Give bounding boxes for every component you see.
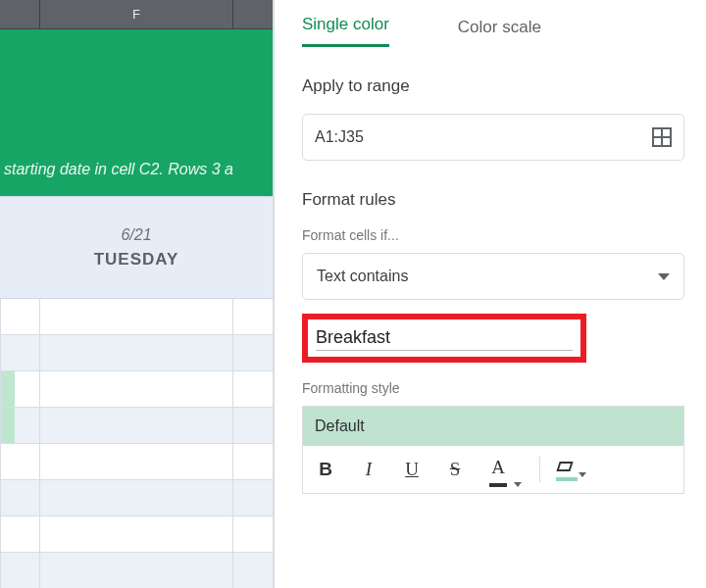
column-header-f[interactable]: F bbox=[40, 0, 232, 28]
paint-bucket-icon bbox=[558, 462, 576, 477]
table-row[interactable] bbox=[0, 335, 273, 371]
formatting-style-box: Default B I U S A bbox=[302, 406, 684, 494]
table-row[interactable] bbox=[0, 480, 273, 516]
italic-button[interactable]: I bbox=[356, 455, 381, 484]
table-row[interactable] bbox=[0, 444, 273, 480]
style-preview[interactable]: Default bbox=[303, 407, 683, 446]
format-rules-label: Format rules bbox=[302, 190, 684, 210]
tabs: Single color Color scale bbox=[302, 0, 684, 47]
highlighted-value-box bbox=[302, 314, 586, 363]
table-row[interactable] bbox=[0, 553, 273, 588]
tab-single-color[interactable]: Single color bbox=[302, 15, 389, 47]
text-color-button[interactable]: A bbox=[485, 453, 522, 487]
spreadsheet-area: F starting date in cell C2. Rows 3 a 6/2… bbox=[0, 0, 275, 588]
day-date: 6/21 bbox=[121, 226, 151, 244]
condition-value-input[interactable] bbox=[316, 325, 573, 351]
conditional-format-panel: Single color Color scale Apply to range … bbox=[275, 0, 706, 588]
fill-color-button[interactable] bbox=[558, 462, 586, 477]
grid-rows bbox=[0, 299, 273, 588]
banner-row: starting date in cell C2. Rows 3 a bbox=[0, 29, 273, 196]
table-row[interactable] bbox=[0, 371, 273, 408]
apply-to-range-label: Apply to range bbox=[302, 76, 684, 96]
separator bbox=[539, 457, 540, 482]
banner-text: starting date in cell C2. Rows 3 a bbox=[0, 161, 233, 178]
bold-button[interactable]: B bbox=[313, 455, 338, 484]
select-range-icon[interactable] bbox=[652, 127, 672, 147]
strike-button[interactable]: S bbox=[442, 455, 468, 484]
condition-select[interactable]: Text contains bbox=[302, 253, 684, 300]
range-input[interactable]: A1:J35 bbox=[302, 114, 684, 161]
style-toolbar: B I U S A bbox=[303, 446, 683, 493]
tab-color-scale[interactable]: Color scale bbox=[458, 18, 541, 47]
table-row[interactable] bbox=[0, 299, 273, 335]
table-row[interactable] bbox=[0, 516, 273, 553]
text-color-icon: A bbox=[485, 453, 511, 482]
day-of-week: TUESDAY bbox=[94, 250, 179, 270]
chevron-down-icon bbox=[579, 472, 586, 477]
table-row[interactable] bbox=[0, 408, 273, 444]
underline-button[interactable]: U bbox=[399, 455, 425, 484]
format-cells-if-label: Format cells if... bbox=[302, 227, 684, 243]
range-value: A1:J35 bbox=[315, 128, 364, 146]
formatting-style-label: Formatting style bbox=[302, 380, 684, 396]
day-header: 6/21 TUESDAY bbox=[0, 196, 273, 299]
column-header-row: F bbox=[0, 0, 273, 29]
chevron-down-icon bbox=[514, 482, 522, 487]
chevron-down-icon bbox=[658, 273, 670, 280]
condition-value: Text contains bbox=[317, 268, 408, 285]
